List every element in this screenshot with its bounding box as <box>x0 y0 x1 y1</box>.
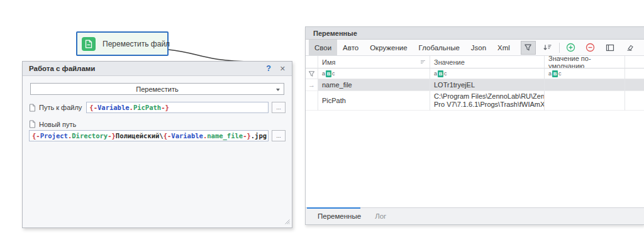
column-header-filler <box>625 56 644 68</box>
file-document-icon <box>82 37 96 51</box>
variables-toolbar <box>521 40 637 55</box>
source-path-label: Путь к файлу <box>39 104 82 111</box>
column-header-value[interactable]: Значение <box>430 56 545 68</box>
value-line: LOTr1tryejEL <box>434 81 475 89</box>
file-icon <box>29 104 36 112</box>
plus-circle-icon <box>566 43 575 52</box>
variable-name-cell[interactable]: PicPath <box>318 91 430 111</box>
path-segment: {- <box>32 132 40 140</box>
path-segment: -} <box>243 132 251 140</box>
dialog-title: Работа с файлами <box>29 65 266 72</box>
row-filler <box>625 79 644 91</box>
minus-circle-icon <box>586 43 595 52</box>
filter-funnel-icon <box>306 68 318 79</box>
name-filter-input[interactable]: aBc <box>318 68 430 79</box>
columns-button[interactable] <box>602 41 618 55</box>
grid-body: →name_fileLOTr1tryejELPicPathC:\Program … <box>306 79 644 111</box>
tab-json[interactable]: Json <box>465 40 492 55</box>
tab-avto[interactable]: Авто <box>337 40 364 55</box>
variables-tabs: СвоиАвтоОкружениеГлобальныеJsonXml <box>309 40 516 55</box>
flow-node-label: Переместить файл <box>103 40 170 48</box>
tab-globalnye[interactable]: Глобальные <box>413 40 465 55</box>
browse-dest-button[interactable]: ... <box>272 130 286 141</box>
sort-mini-icon <box>420 60 426 64</box>
dest-path-input[interactable]: {-Project.Directory-}Полицейский\{-Varia… <box>29 130 269 141</box>
source-path-row: Путь к файлу {-Variable.PicPath-} ... <box>29 102 286 113</box>
bottom-tabs: ПеременныеЛог <box>311 208 393 224</box>
variable-value-cell[interactable]: C:\Program Files\ZennoLab\RU\ZennoPoster… <box>430 91 545 111</box>
bottom-tab-variables[interactable]: Переменные <box>311 208 368 224</box>
toolbar-separator <box>559 43 560 53</box>
filter-filler <box>625 68 644 79</box>
variables-panel: Переменные СвоиАвтоОкружениеГлобальныеJs… <box>305 26 644 225</box>
variables-panel-title: Переменные <box>306 27 644 40</box>
help-button[interactable]: ? <box>266 64 271 73</box>
text-filter-icon: aBc <box>434 70 447 77</box>
dest-path-label: Новый путь <box>39 121 76 128</box>
chevron-down-icon <box>276 89 280 91</box>
row-filler <box>625 91 644 111</box>
path-segment: Variable <box>97 104 130 111</box>
path-segment: Variable <box>171 132 203 140</box>
dest-path-label-row: Новый путь <box>29 120 286 128</box>
active-tab-indicator <box>307 207 360 209</box>
variable-default-cell[interactable] <box>545 79 625 91</box>
eraser-icon <box>625 43 634 52</box>
column-header-default[interactable]: Значение по-умолчанию <box>545 56 625 68</box>
dialog-body: Переместить Путь к файлу {-Variable.PicP… <box>23 83 292 141</box>
tab-okruzhenie[interactable]: Окружение <box>364 40 413 55</box>
text-filter-icon: aBc <box>322 70 335 77</box>
variables-grid: Имя Значение Значение по-умолчанию aBc a… <box>306 56 644 207</box>
resize-grip[interactable] <box>284 218 290 226</box>
row-indicator-cell: → <box>306 79 318 91</box>
flow-node-move-file[interactable]: Переместить файл <box>76 31 169 56</box>
grid-header: Имя Значение Значение по-умолчанию <box>306 56 644 68</box>
bottom-tab-log[interactable]: Лог <box>368 208 393 224</box>
variable-default-cell[interactable] <box>545 91 625 111</box>
tab-xml[interactable]: Xml <box>492 40 516 55</box>
path-segment: Directory <box>72 132 108 140</box>
variable-row-name_file[interactable]: →name_fileLOTr1tryejEL <box>306 79 644 91</box>
path-segment: Полицейский\ <box>116 132 164 140</box>
file-icon <box>29 120 36 128</box>
sort-button[interactable] <box>540 41 555 55</box>
dialog-header[interactable]: Работа с файлами ? ✕ <box>23 62 292 76</box>
path-segment: .jpg <box>251 132 267 140</box>
column-header-name-label: Имя <box>322 58 335 66</box>
source-path-input[interactable]: {-Variable.PicPath-} <box>86 102 269 113</box>
browse-source-button[interactable]: ... <box>272 102 286 113</box>
column-header-name[interactable]: Имя <box>318 56 430 68</box>
variable-value-cell[interactable]: LOTr1tryejEL <box>430 79 545 91</box>
path-segment: name_file <box>207 132 243 140</box>
sort-icon <box>543 43 552 52</box>
default-filter-input[interactable]: aBc <box>545 68 625 79</box>
action-dropdown-value: Переместить <box>31 85 284 93</box>
value-line: C:\Program Files\ZennoLab\RU\ZennoPoster <box>434 92 545 101</box>
path-segment: {- <box>89 104 97 111</box>
tab-svoi[interactable]: Свои <box>309 40 337 55</box>
variable-name-cell[interactable]: name_file <box>318 79 430 91</box>
row-indicator-cell <box>306 91 318 111</box>
variable-row-PicPath[interactable]: PicPathC:\Program Files\ZennoLab\RU\Zenn… <box>306 91 644 111</box>
path-segment: -} <box>108 132 116 140</box>
current-row-arrow-icon: → <box>308 82 315 89</box>
path-segment: PicPath <box>133 104 161 111</box>
path-segment: {- <box>164 132 172 140</box>
filter-button[interactable] <box>521 41 536 55</box>
file-operations-dialog: Работа с файлами ? ✕ Переместить Путь к … <box>22 61 292 228</box>
dest-path-row: {-Project.Directory-}Полицейский\{-Varia… <box>29 130 286 141</box>
value-line: Pro V7\7.1.6.1\Progs\Trash\fWIAmX-IUM8.j… <box>434 101 545 109</box>
remove-variable-button[interactable] <box>583 41 598 55</box>
bottom-tab-strip: ПеременныеЛог <box>306 207 644 224</box>
add-variable-button[interactable] <box>564 41 579 55</box>
filter-row: aBc aBc aBc <box>306 68 644 79</box>
action-dropdown[interactable]: Переместить <box>30 83 284 95</box>
close-button[interactable]: ✕ <box>280 65 286 73</box>
text-filter-icon: aBc <box>548 70 562 77</box>
clear-button[interactable] <box>622 41 637 55</box>
path-segment: Project <box>40 132 68 140</box>
value-filter-input[interactable]: aBc <box>430 68 545 79</box>
path-segment: -} <box>161 104 169 111</box>
row-indicator-column-header <box>306 56 318 68</box>
columns-icon <box>606 44 614 52</box>
